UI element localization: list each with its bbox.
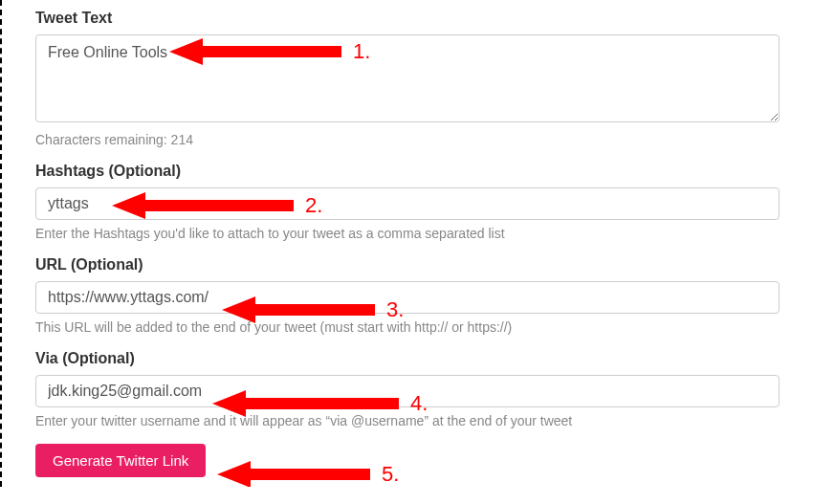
url-input[interactable] bbox=[35, 281, 780, 314]
annotation-5-label: 5. bbox=[382, 462, 399, 487]
tweet-text-group: Tweet Text Characters remaining: 214 bbox=[35, 10, 780, 147]
hashtags-help: Enter the Hashtags you'd like to attach … bbox=[35, 226, 780, 241]
via-input[interactable] bbox=[35, 375, 780, 407]
hashtags-input[interactable] bbox=[35, 187, 780, 220]
url-group: URL (Optional) This URL will be added to… bbox=[35, 256, 780, 335]
generate-twitter-link-button[interactable]: Generate Twitter Link bbox=[35, 444, 206, 477]
via-help: Enter your twitter username and it will … bbox=[35, 413, 780, 428]
hashtags-group: Hashtags (Optional) Enter the Hashtags y… bbox=[35, 163, 780, 241]
hashtags-label: Hashtags (Optional) bbox=[35, 163, 780, 180]
annotation-5: 5. bbox=[217, 459, 399, 487]
via-group: Via (Optional) Enter your twitter userna… bbox=[35, 350, 780, 428]
url-label: URL (Optional) bbox=[35, 256, 780, 274]
characters-remaining: Characters remaining: 214 bbox=[35, 132, 780, 147]
tweet-text-input[interactable] bbox=[35, 34, 780, 122]
arrow-icon bbox=[217, 459, 370, 487]
tweet-text-label: Tweet Text bbox=[35, 10, 780, 27]
via-label: Via (Optional) bbox=[35, 350, 780, 367]
url-help: This URL will be added to the end of you… bbox=[35, 319, 780, 335]
